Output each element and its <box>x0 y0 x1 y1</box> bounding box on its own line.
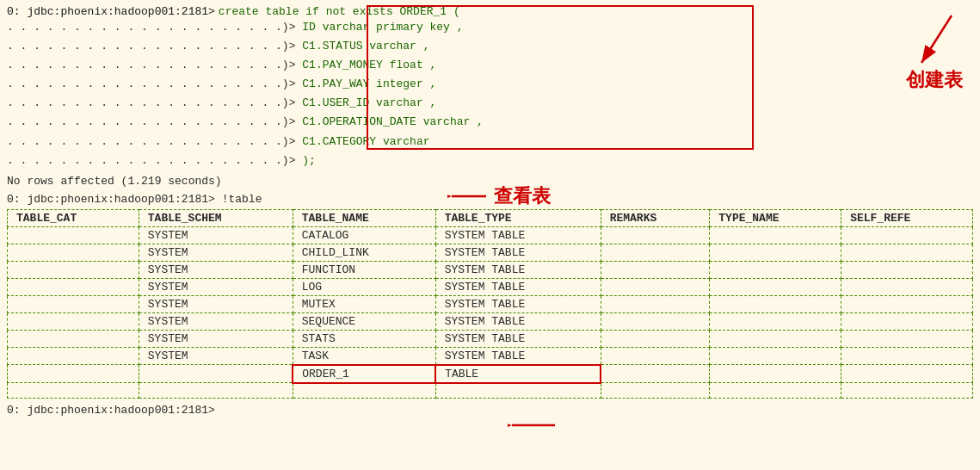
table-row: SYSTEM FUNCTION SYSTEM TABLE <box>8 261 973 278</box>
dots-lines: . . . . . . . . . . . . . . . . . . . . … <box>7 18 973 170</box>
sql-4: C1.PAY_MONEY float , <box>302 59 436 71</box>
table-row: SYSTEM STATS SYSTEM TABLE <box>8 330 973 347</box>
col-table-cat: TABLE_CAT <box>8 209 139 226</box>
table-section: TABLE_CAT TABLE_SCHEM TABLE_NAME TABLE_T… <box>7 209 973 399</box>
dots-3: . . . . . . . . . . . . . . . . . . . . … <box>7 56 973 75</box>
order1-row: ORDER_1 TABLE <box>8 365 973 383</box>
order1-arrow-svg <box>508 413 559 437</box>
col-remarks: REMARKS <box>601 209 710 226</box>
prompt-line-1: 0: jdbc:phoenix:hadoop001:2181> create t… <box>7 5 973 18</box>
prompt-1: 0: jdbc:phoenix:hadoop001:2181> <box>7 5 215 18</box>
create-arrow-svg <box>909 7 960 76</box>
table-row: SYSTEM CATALOG SYSTEM TABLE <box>8 226 973 244</box>
table-row: SYSTEM CHILD_LINK SYSTEM TABLE <box>8 244 973 261</box>
view-table-annotation-block: 查看表 <box>447 183 551 209</box>
order1-type-cell: TABLE <box>435 365 601 383</box>
sql-8: C1.CATEGORY varchar <box>302 135 429 148</box>
dots-8: . . . . . . . . . . . . . . . . . . . . … <box>7 152 973 170</box>
dots-7: . . . . . . . . . . . . . . . . . . . . … <box>7 133 973 152</box>
bottom-empty-row <box>8 383 973 399</box>
sql-9: ); <box>302 154 316 167</box>
order1-annotation-block <box>508 413 559 437</box>
table-row: SYSTEM LOG SYSTEM TABLE <box>8 278 973 295</box>
sql-7: C1.OPERATION_DATE varchar , <box>302 115 484 128</box>
col-table-schem: TABLE_SCHEM <box>139 209 293 226</box>
dots-6: . . . . . . . . . . . . . . . . . . . . … <box>7 113 973 132</box>
sql-2: ID varchar primary key , <box>302 21 463 34</box>
sql-6: C1.USER_ID varchar , <box>302 96 436 109</box>
view-table-arrow-svg <box>447 184 490 208</box>
final-prompt: 0: jdbc:phoenix:hadoop001:2181> <box>7 404 973 417</box>
table-row: SYSTEM SEQUENCE SYSTEM TABLE <box>8 312 973 330</box>
table-row: SYSTEM MUTEX SYSTEM TABLE <box>8 295 973 312</box>
col-table-name: TABLE_NAME <box>293 209 435 226</box>
dots-4: . . . . . . . . . . . . . . . . . . . . … <box>7 75 973 94</box>
order1-name-cell: ORDER_1 <box>293 365 435 383</box>
sql-3: C1.STATUS varchar , <box>302 40 429 53</box>
create-annotation-block: 创建表 <box>906 7 963 93</box>
create-cmd-inline: create table if not exists ORDER_1 ( <box>219 5 460 18</box>
dots-1: . . . . . . . . . . . . . . . . . . . . … <box>7 18 973 37</box>
dots-5: . . . . . . . . . . . . . . . . . . . . … <box>7 94 973 113</box>
results-table: TABLE_CAT TABLE_SCHEM TABLE_NAME TABLE_T… <box>7 209 973 399</box>
table-cmd-text: 0: jdbc:phoenix:hadoop001:2181> !table <box>7 193 262 206</box>
table-header-row: TABLE_CAT TABLE_SCHEM TABLE_NAME TABLE_T… <box>8 209 973 226</box>
terminal: 0: jdbc:phoenix:hadoop001:2181> create t… <box>0 0 980 470</box>
view-table-label: 查看表 <box>494 183 551 209</box>
top-section: 0: jdbc:phoenix:hadoop001:2181> create t… <box>7 5 973 206</box>
dots-2: . . . . . . . . . . . . . . . . . . . . … <box>7 37 973 56</box>
sql-5: C1.PAY_WAY integer , <box>302 77 436 90</box>
col-type-name: TYPE_NAME <box>710 209 841 226</box>
col-table-type: TABLE_TYPE <box>435 209 601 226</box>
create-label: 创建表 <box>906 67 963 93</box>
create-arrow-group: 创建表 <box>906 7 963 93</box>
svg-line-1 <box>921 15 952 63</box>
table-row: SYSTEM TASK SYSTEM TABLE <box>8 347 973 365</box>
col-self-refe: SELF_REFE <box>841 209 973 226</box>
